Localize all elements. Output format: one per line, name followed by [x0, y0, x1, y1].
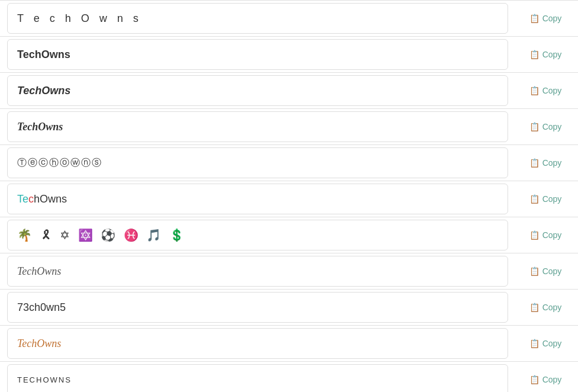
row-emoji: 🌴 🎗 ✡ 🔯 ⚽ ♓ 🎵 💲 📋 Copy [0, 217, 578, 253]
copy-button-bold[interactable]: 📋 Copy [524, 46, 568, 63]
text-display-spaced: T e c h O w n s [7, 3, 508, 34]
row-italic-colored: TechOwns 📋 Copy [0, 326, 578, 362]
copy-icon-cursive: 📋 [529, 266, 540, 276]
text-circled: Ⓣⓔⓒⓗⓞⓦⓝⓢ [17, 157, 102, 169]
text-bold-italic-serif: TechOwns [17, 121, 63, 133]
copy-cell-colored: 📋 Copy [513, 191, 578, 207]
copy-label-uppercase: Copy [542, 375, 562, 384]
letter-w: w [48, 193, 56, 205]
text-spaced: T e c h O w n s [17, 12, 142, 25]
copy-label-bold: Copy [542, 50, 562, 59]
copy-label-colored: Copy [542, 194, 562, 204]
copy-icon-bold-italic: 📋 [529, 86, 540, 95]
copy-icon-leet: 📋 [529, 303, 540, 312]
copy-cell-bold: 📋 Copy [513, 46, 578, 63]
text-display-italic-colored: TechOwns [7, 328, 508, 359]
row-circled: Ⓣⓔⓒⓗⓞⓦⓝⓢ 📋 Copy [0, 145, 578, 181]
text-display-leet: 73ch0wn5 [7, 292, 508, 323]
text-emoji: 🌴 🎗 ✡ 🔯 ⚽ ♓ 🎵 💲 [17, 228, 187, 242]
copy-button-emoji[interactable]: 📋 Copy [524, 227, 568, 243]
text-display-cursive: TechOwns [7, 256, 508, 287]
text-display-bold: TechOwns [7, 39, 508, 70]
copy-icon-uppercase: 📋 [529, 375, 540, 384]
copy-button-leet[interactable]: 📋 Copy [524, 299, 568, 316]
text-display-emoji: 🌴 🎗 ✡ 🔯 ⚽ ♓ 🎵 💲 [7, 220, 508, 250]
copy-button-bold-italic-serif[interactable]: 📋 Copy [524, 118, 568, 135]
text-display-bold-italic-serif: TechOwns [7, 111, 508, 142]
letter-c: c [28, 193, 34, 205]
text-leet: 73ch0wn5 [17, 301, 66, 314]
copy-label-leet: Copy [542, 303, 562, 312]
text-display-uppercase: TECHOWNS [7, 364, 508, 392]
copy-label-spaced: Copy [542, 14, 562, 23]
text-colored: TechOwns [17, 193, 67, 205]
row-bold-italic-serif: TechOwns 📋 Copy [0, 109, 578, 145]
copy-icon-spaced: 📋 [529, 14, 540, 23]
letter-s: s [62, 193, 67, 205]
copy-button-circled[interactable]: 📋 Copy [524, 155, 568, 171]
copy-icon-colored: 📋 [529, 194, 540, 204]
copy-icon-italic-colored: 📋 [529, 339, 540, 348]
main-container: T e c h O w n s 📋 Copy TechOwns 📋 Copy T… [0, 0, 578, 392]
copy-cell-italic-colored: 📋 Copy [513, 335, 578, 352]
letter-T: T [17, 193, 23, 205]
row-colored: TechOwns 📋 Copy [0, 181, 578, 217]
text-bold: TechOwns [17, 49, 70, 61]
copy-cell-spaced: 📋 Copy [513, 10, 578, 27]
copy-cell-bold-italic-serif: 📋 Copy [513, 118, 578, 135]
copy-label-cursive: Copy [542, 266, 562, 276]
copy-button-italic-colored[interactable]: 📋 Copy [524, 335, 568, 352]
letter-e: e [23, 193, 28, 205]
text-display-bold-italic: TechOwns [7, 75, 508, 106]
copy-cell-emoji: 📋 Copy [513, 227, 578, 243]
copy-icon-bold-italic-serif: 📋 [529, 122, 540, 131]
copy-cell-uppercase: 📋 Copy [513, 371, 578, 388]
text-bold-italic: TechOwns [17, 85, 70, 97]
row-spaced: T e c h O w n s 📋 Copy [0, 0, 578, 37]
copy-cell-cursive: 📋 Copy [513, 263, 578, 279]
copy-label-emoji: Copy [542, 230, 562, 240]
text-italic-colored: TechOwns [17, 338, 61, 350]
copy-label-bold-italic-serif: Copy [542, 122, 562, 131]
copy-button-colored[interactable]: 📋 Copy [524, 191, 568, 207]
row-bold: TechOwns 📋 Copy [0, 37, 578, 73]
letter-n: n [56, 193, 62, 205]
copy-cell-bold-italic: 📋 Copy [513, 82, 578, 99]
letter-h: h [34, 193, 40, 205]
copy-cell-leet: 📋 Copy [513, 299, 578, 316]
text-uppercase: TECHOWNS [17, 375, 72, 384]
copy-button-bold-italic[interactable]: 📋 Copy [524, 82, 568, 99]
copy-label-bold-italic: Copy [542, 86, 562, 95]
row-uppercase: TECHOWNS 📋 Copy [0, 362, 578, 392]
copy-button-uppercase[interactable]: 📋 Copy [524, 371, 568, 388]
row-cursive: TechOwns 📋 Copy [0, 253, 578, 290]
letter-O: O [40, 193, 48, 205]
copy-icon-circled: 📋 [529, 158, 540, 168]
copy-icon-bold: 📋 [529, 50, 540, 59]
copy-button-spaced[interactable]: 📋 Copy [524, 10, 568, 27]
text-cursive: TechOwns [17, 265, 61, 278]
copy-icon-emoji: 📋 [529, 230, 540, 240]
row-bold-italic: TechOwns 📋 Copy [0, 73, 578, 109]
copy-label-italic-colored: Copy [542, 339, 562, 348]
text-display-circled: Ⓣⓔⓒⓗⓞⓦⓝⓢ [7, 147, 508, 178]
copy-cell-circled: 📋 Copy [513, 155, 578, 171]
text-display-colored: TechOwns [7, 184, 508, 214]
row-leet: 73ch0wn5 📋 Copy [0, 290, 578, 326]
copy-button-cursive[interactable]: 📋 Copy [524, 263, 568, 279]
copy-label-circled: Copy [542, 158, 562, 168]
